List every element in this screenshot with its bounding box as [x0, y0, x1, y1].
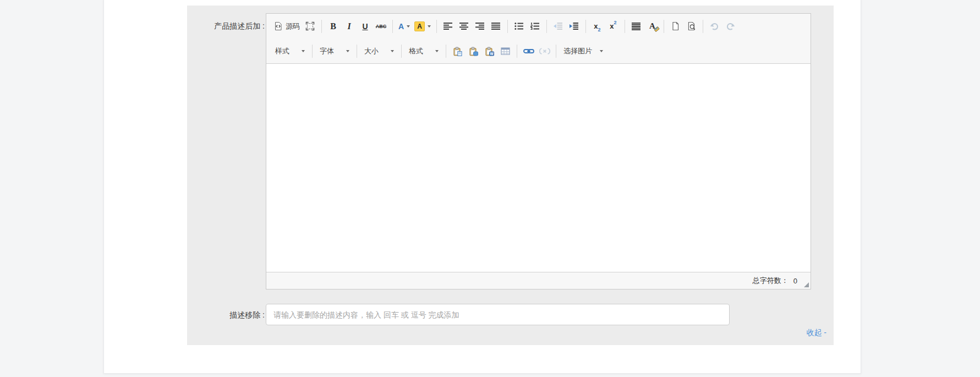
- numbered-list-button[interactable]: [528, 19, 543, 34]
- size-combo[interactable]: 大小: [360, 44, 398, 59]
- undo-icon: [710, 22, 719, 30]
- table-button[interactable]: [498, 44, 513, 59]
- remove-description-input[interactable]: [266, 304, 730, 325]
- format-combo-label: 格式: [409, 46, 423, 56]
- resize-grip-icon[interactable]: [804, 282, 809, 287]
- editor-content-area[interactable]: [266, 64, 811, 272]
- toolbar-separator: [392, 20, 393, 33]
- toolbar-separator: [507, 20, 508, 33]
- italic-button[interactable]: I: [342, 19, 357, 34]
- content-card: 产品描述后加 : 源码: [103, 0, 861, 374]
- justify-icon: [491, 23, 500, 30]
- preview-button[interactable]: [684, 19, 699, 34]
- paste-icon: [453, 47, 462, 56]
- rich-text-editor: 源码 B I U ABC: [266, 13, 811, 289]
- background-color-button[interactable]: A: [413, 19, 432, 34]
- maximize-button[interactable]: [303, 19, 317, 34]
- bulleted-list-icon: [514, 23, 523, 30]
- caret-down-icon: [428, 25, 431, 28]
- align-center-icon: [459, 23, 468, 30]
- superscript-digit: 2: [614, 20, 616, 25]
- caret-down-icon: [407, 25, 410, 28]
- caret-down-icon: [302, 50, 305, 52]
- toolbar-separator: [546, 20, 547, 33]
- toolbar-separator: [556, 45, 556, 58]
- line-height-button[interactable]: [629, 19, 644, 34]
- preview-icon: [687, 21, 696, 31]
- align-left-icon: [444, 23, 452, 30]
- bold-icon: B: [330, 21, 336, 31]
- collapse-link[interactable]: 收起 -: [806, 328, 826, 338]
- outdent-button[interactable]: [551, 19, 566, 34]
- new-page-button[interactable]: [668, 19, 683, 34]
- paste-button[interactable]: [450, 44, 465, 59]
- align-right-icon: [475, 23, 484, 30]
- new-page-icon: [671, 21, 680, 31]
- toolbar-separator: [312, 45, 313, 58]
- bold-button[interactable]: B: [326, 19, 341, 34]
- caret-down-icon: [391, 50, 394, 52]
- line-height-icon: [632, 23, 640, 30]
- strikethrough-button[interactable]: ABC: [374, 19, 388, 34]
- bulleted-list-button[interactable]: [512, 19, 527, 34]
- source-button[interactable]: 源码: [272, 19, 302, 34]
- paste-from-word-button[interactable]: W: [482, 44, 497, 59]
- append-description-label: 产品描述后加 :: [187, 20, 265, 31]
- source-icon: [273, 21, 283, 31]
- toolbar-separator: [664, 20, 664, 33]
- table-icon: [501, 47, 510, 56]
- format-combo[interactable]: 格式: [405, 44, 442, 59]
- remove-description-label: 描述移除 :: [187, 309, 265, 320]
- size-combo-label: 大小: [364, 46, 379, 56]
- font-combo-label: 字体: [320, 46, 334, 56]
- toolbar-separator: [357, 45, 357, 58]
- link-button[interactable]: [521, 44, 536, 59]
- toolbar-separator: [436, 20, 437, 33]
- toolbar-row-1: 源码 B I U ABC: [266, 14, 811, 39]
- remove-format-button[interactable]: A: [645, 19, 660, 34]
- remove-format-icon: A: [649, 21, 655, 31]
- superscript-button[interactable]: x2: [606, 19, 621, 34]
- toolbar-separator: [703, 20, 703, 33]
- subscript-button[interactable]: x2: [590, 19, 605, 34]
- underline-button[interactable]: U: [358, 19, 373, 34]
- redo-icon: [726, 22, 735, 30]
- style-combo[interactable]: 样式: [271, 44, 309, 59]
- unlink-button[interactable]: [537, 44, 552, 59]
- unlink-icon: [539, 48, 550, 54]
- paste-from-word-icon: W: [485, 47, 494, 56]
- subscript-icon: x: [594, 22, 598, 30]
- text-color-button[interactable]: A: [397, 19, 412, 34]
- description-settings-panel: 产品描述后加 : 源码: [187, 6, 834, 345]
- align-center-button[interactable]: [457, 19, 472, 34]
- numbered-list-icon: [530, 23, 539, 30]
- italic-icon: I: [347, 21, 351, 31]
- paste-plain-text-button[interactable]: [466, 44, 481, 59]
- toolbar-separator: [446, 45, 446, 58]
- strikethrough-icon: ABC: [376, 24, 387, 29]
- indent-button[interactable]: [567, 19, 582, 34]
- outdent-icon: [554, 23, 562, 30]
- select-image-combo[interactable]: 选择图片: [560, 44, 607, 59]
- text-color-icon: A: [398, 22, 404, 31]
- undo-button[interactable]: [707, 19, 722, 34]
- toolbar-separator: [585, 20, 586, 33]
- caret-down-icon: [600, 50, 603, 52]
- source-label: 源码: [286, 21, 300, 31]
- toolbar-separator: [321, 20, 322, 33]
- caret-down-icon: [346, 50, 349, 52]
- toolbar-row-2: 样式 字体 大小: [266, 39, 811, 64]
- justify-button[interactable]: [489, 19, 503, 34]
- caret-down-icon: [435, 50, 439, 52]
- redo-button[interactable]: [723, 19, 738, 34]
- editor-statusbar: 总字符数： 0: [266, 272, 811, 289]
- paste-word-letter: W: [490, 51, 494, 55]
- align-right-button[interactable]: [473, 19, 488, 34]
- paste-plain-text-icon: [469, 47, 478, 56]
- align-left-button[interactable]: [441, 19, 456, 34]
- indent-icon: [570, 23, 578, 30]
- page: 产品描述后加 : 源码: [0, 0, 980, 377]
- font-combo[interactable]: 字体: [316, 44, 353, 59]
- editor-toolbar: 源码 B I U ABC: [266, 14, 811, 64]
- toolbar-separator: [625, 20, 625, 33]
